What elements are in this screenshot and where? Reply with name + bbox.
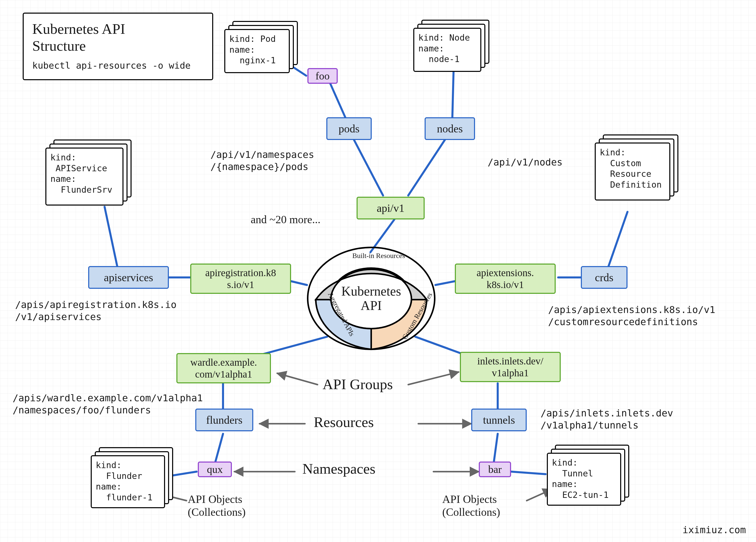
namespace-bar: bar xyxy=(479,462,511,477)
note-namespaces: Namespaces xyxy=(302,460,375,477)
path-apisvc: /apis/apiregistration.k8s.io /v1/apiserv… xyxy=(15,299,177,323)
svg-line-18 xyxy=(494,434,498,462)
attribution: iximiuz.com xyxy=(682,524,746,535)
note-api-groups: API Groups xyxy=(323,376,393,393)
note-more: and ~20 more... xyxy=(251,213,321,226)
title-card: Kubernetes APIStructure kubectl api-reso… xyxy=(23,13,213,80)
path-pods: /api/v1/namespaces /{namespace}/pods xyxy=(210,149,314,173)
note-api-objects-left: API Objects (Collections) xyxy=(188,493,246,519)
yaml-flunder: kind: Flunder name: flunder-1 xyxy=(91,455,165,508)
resource-nodes: nodes xyxy=(425,117,475,140)
svg-line-20 xyxy=(277,373,318,385)
group-apiext: apiextensions. k8s.io/v1 xyxy=(455,263,556,294)
svg-line-7 xyxy=(435,281,455,285)
yaml-tunnel: kind: Tunnel name: EC2-tun-1 xyxy=(547,453,621,506)
resource-pods: pods xyxy=(326,117,372,140)
group-core: api/v1 xyxy=(357,197,425,219)
svg-line-1 xyxy=(408,140,445,195)
svg-line-13 xyxy=(609,212,627,266)
svg-line-15 xyxy=(215,434,223,462)
note-resources: Resources xyxy=(314,414,374,431)
center-ring: KubernetesAPI Built-in Resources Custom … xyxy=(306,245,437,351)
yaml-pod: kind: Pod name: nginx-1 xyxy=(224,29,290,73)
namespace-foo: foo xyxy=(307,68,338,84)
note-api-objects-right: API Objects (Collections) xyxy=(442,493,500,519)
path-nodes: /api/v1/nodes xyxy=(488,156,562,168)
group-wardle: wardle.example. com/v1alpha1 xyxy=(176,353,271,383)
title-command: kubectl api-resources -o wide xyxy=(32,60,204,71)
resource-apisvcs: apiservices xyxy=(88,266,169,289)
diagram-title: Kubernetes APIStructure xyxy=(32,21,204,54)
group-inlets: inlets.inlets.dev/ v1alpha1 xyxy=(460,352,561,382)
path-wardle: /apis/wardle.example.com/v1alpha1 /names… xyxy=(13,392,203,416)
svg-line-11 xyxy=(105,207,117,266)
path-inlets: /apis/inlets.inlets.dev /v1alpha1/tunnel… xyxy=(541,407,673,431)
svg-line-6 xyxy=(291,281,307,285)
segment-builtin: Built-in Resources xyxy=(352,252,405,259)
svg-line-2 xyxy=(330,83,345,117)
yaml-crd: kind: Custom Resource Definition xyxy=(595,142,670,200)
group-apireg: apiregistration.k8 s.io/v1 xyxy=(190,263,291,294)
yaml-node: kind: Node name: node-1 xyxy=(413,28,481,72)
resource-tunnels: tunnels xyxy=(471,409,527,431)
svg-line-4 xyxy=(452,69,454,117)
svg-line-21 xyxy=(408,372,459,385)
center-label: KubernetesAPI xyxy=(341,284,401,313)
svg-line-0 xyxy=(354,140,383,195)
svg-line-19 xyxy=(512,472,546,474)
yaml-apisvc: kind: APIService name: FlunderSrv xyxy=(45,147,123,205)
path-crds: /apis/apiextensions.k8s.io/v1 /customres… xyxy=(548,304,715,328)
resource-crds: crds xyxy=(581,266,627,289)
resource-flunders: flunders xyxy=(195,409,253,431)
namespace-qux: qux xyxy=(198,462,232,477)
